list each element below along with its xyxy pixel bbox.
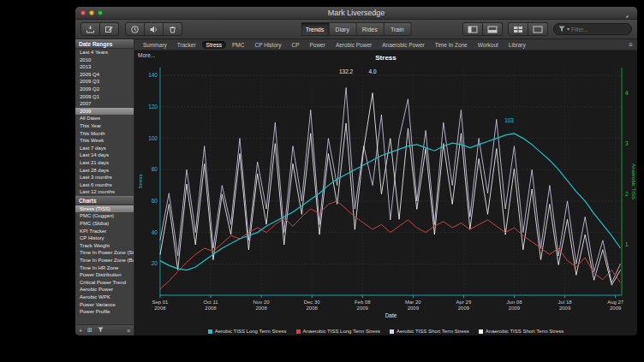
more-link[interactable]: More... [138, 52, 155, 58]
date-range-item[interactable]: Last 21 days [75, 159, 134, 167]
legend-label: Anaerobic TISS Long Term Stress [303, 329, 381, 334]
date-range-item[interactable]: 2009 Q4 [75, 71, 134, 79]
svg-text:3: 3 [625, 140, 629, 146]
chart-item[interactable]: Time In Power Zone (Bar) [75, 257, 134, 264]
view-tab[interactable]: Trends [301, 22, 330, 36]
date-range-item[interactable]: This Week [75, 137, 134, 145]
date-range-item[interactable]: Last 12 months [75, 188, 134, 196]
legend-item: Anaerobic TISS Short Term Stress [479, 329, 564, 334]
chart-tab[interactable]: Power [305, 41, 329, 49]
chart-item[interactable]: Power Distribution [75, 271, 134, 279]
audio-button[interactable] [145, 22, 164, 36]
single-view-button[interactable] [528, 22, 548, 36]
svg-text:2009: 2009 [458, 306, 470, 311]
sidebar-toggle-button[interactable] [462, 22, 483, 36]
date-range-item[interactable]: Last 3 months [75, 174, 134, 181]
chart-item[interactable]: Stress (TISS) [75, 205, 134, 213]
view-tab[interactable]: Rides [356, 22, 384, 36]
delete-ride-button[interactable] [164, 22, 182, 36]
date-range-item[interactable]: 2010 [75, 56, 134, 64]
svg-text:4.0: 4.0 [369, 68, 377, 74]
legend-item: Aerobic TISS Long Term Stress [208, 329, 287, 334]
sidebar-toolbar: + ⊞ ≡ [75, 324, 134, 335]
legend-swatch [479, 329, 483, 334]
layout-sidebar-icon [468, 26, 478, 33]
ride-actions-group [80, 22, 119, 36]
date-range-item[interactable]: 2013 [75, 63, 134, 71]
date-range-item[interactable]: This Month [75, 130, 134, 138]
svg-text:80: 80 [152, 166, 158, 172]
date-range-item[interactable]: 2009 Q2 [75, 86, 134, 93]
manual-entry-button[interactable] [100, 22, 119, 36]
date-range-item[interactable]: Last 14 days [75, 151, 134, 159]
chart-tab[interactable]: CP History [250, 41, 285, 49]
sidebar-add-icon[interactable]: + [79, 328, 82, 334]
zoom-button[interactable] [98, 10, 103, 15]
date-range-item[interactable]: 2009 Q1 [75, 93, 134, 101]
sidebar-menu-icon[interactable]: ≡ [127, 328, 130, 334]
sidebar-grid-icon[interactable]: ⊞ [87, 327, 92, 334]
date-range-item[interactable]: Last 7 days [75, 145, 134, 152]
svg-text:2009: 2009 [357, 306, 369, 311]
svg-text:120: 120 [148, 104, 158, 110]
date-range-item[interactable]: Last 6 months [75, 181, 134, 189]
svg-text:2: 2 [625, 191, 629, 197]
chart-item[interactable]: Power Variance [75, 301, 134, 309]
stress-plot[interactable]: 204060801001201401234Sep 012008Oct 11200… [134, 50, 637, 324]
compose-icon [104, 25, 114, 34]
date-range-item[interactable]: This Year [75, 122, 134, 130]
chart-tab[interactable]: Summary [139, 41, 171, 49]
chart-item[interactable]: Aerobic Power [75, 286, 134, 294]
chart-item[interactable]: Aerobic WPK [75, 294, 134, 301]
chevron-down-icon[interactable]: ▾ [567, 27, 569, 32]
chart-tab[interactable]: Tracker [173, 41, 200, 49]
svg-text:Dec 30: Dec 30 [304, 300, 321, 305]
svg-text:Feb 08: Feb 08 [355, 300, 371, 305]
planned-workout-button[interactable] [125, 22, 145, 36]
svg-text:2008: 2008 [307, 306, 319, 311]
chart-tab[interactable]: CP [287, 41, 303, 49]
svg-text:Stress: Stress [138, 175, 143, 189]
date-range-item[interactable]: All Dates [75, 115, 134, 122]
view-tab[interactable]: Diary [329, 22, 356, 36]
import-ride-button[interactable] [80, 22, 100, 36]
date-range-item[interactable]: 2009 Q3 [75, 78, 134, 86]
minimize-button[interactable] [89, 10, 94, 15]
chart-tab[interactable]: Anaerobic Power [378, 41, 429, 49]
chart-item[interactable]: KPI Tracker [75, 228, 134, 235]
svg-text:Anaerobic TISS: Anaerobic TISS [631, 163, 636, 199]
legend-label: Aerobic TISS Short Term Stress [397, 329, 469, 334]
bottombar-toggle-button[interactable] [483, 22, 503, 36]
date-range-item[interactable]: 2009 [75, 108, 134, 116]
view-tab[interactable]: Train [384, 22, 411, 36]
date-ranges-header[interactable]: Date Ranges [75, 39, 134, 49]
toolbar: Trends Diary Rides Train [75, 20, 637, 39]
chart-item[interactable]: Power Profile [75, 308, 134, 316]
chart-tab[interactable]: Aerobic Power [331, 41, 376, 49]
date-range-item[interactable]: Last 4 Years [75, 49, 134, 56]
tiled-view-button[interactable] [508, 22, 528, 36]
charts-header[interactable]: Charts [75, 196, 134, 205]
close-button[interactable] [80, 10, 86, 15]
date-range-item[interactable]: 2007 [75, 100, 134, 108]
svg-text:Apr 29: Apr 29 [456, 300, 472, 305]
chart-item[interactable]: Track Weight [75, 242, 134, 250]
chart-item[interactable]: PMC (Coggan) [75, 212, 134, 220]
chart-tab[interactable]: Time In Zone [431, 41, 472, 49]
svg-text:20: 20 [152, 260, 158, 266]
sidebar-filter-icon[interactable] [98, 327, 104, 334]
layout-group [462, 22, 503, 36]
chart-item[interactable]: Critical Power Trend [75, 279, 134, 287]
date-range-item[interactable]: Last 28 days [75, 167, 134, 175]
tabbar-menu-icon[interactable]: ≡ [629, 41, 633, 49]
chart-tab[interactable]: Workout [474, 41, 503, 49]
chart-item[interactable]: CP History [75, 234, 134, 242]
chart-tab[interactable]: Stress [202, 41, 226, 49]
chart-item[interactable]: PMC (Skiba) [75, 220, 134, 228]
filter-input[interactable] [571, 27, 627, 33]
chart-item[interactable]: Time In HR Zone [75, 264, 134, 272]
chart-item[interactable]: Time In Power Zone (Stacked) [75, 249, 134, 257]
chart-tab[interactable]: PMC [228, 41, 248, 49]
chart-tab[interactable]: Library [504, 41, 530, 49]
svg-text:Nov 20: Nov 20 [253, 300, 271, 305]
